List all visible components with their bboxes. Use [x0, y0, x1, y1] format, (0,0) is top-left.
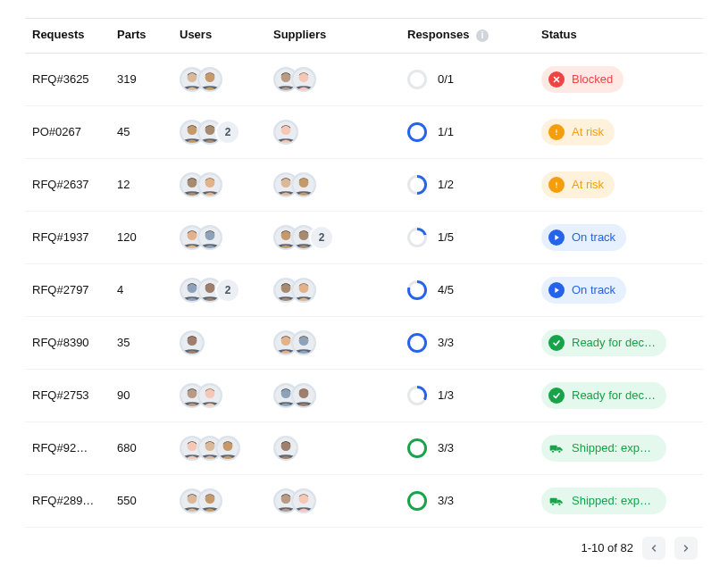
- svg-point-17: [556, 133, 557, 135]
- pagination-prev-button[interactable]: [642, 537, 665, 560]
- responses-text: 3/3: [438, 336, 454, 349]
- responses-cell: 3/3: [407, 491, 527, 511]
- avatar-group: [180, 488, 259, 513]
- request-id[interactable]: RFQ#3625: [25, 53, 110, 105]
- status-label: At risk: [572, 178, 604, 191]
- col-parts[interactable]: Parts: [110, 19, 172, 54]
- status-icon: [548, 440, 565, 456]
- chevron-left-icon: [649, 543, 659, 554]
- avatar-group: [180, 67, 259, 92]
- status-icon: [548, 177, 565, 193]
- avatar[interactable]: [291, 172, 316, 197]
- svg-point-80: [551, 503, 554, 505]
- avatar[interactable]: [197, 67, 222, 92]
- avatar[interactable]: [291, 67, 316, 92]
- table-row[interactable]: PO#0267 45 2 1/1 At risk: [25, 105, 703, 158]
- svg-rect-79: [550, 497, 557, 503]
- users-cell: [172, 53, 266, 105]
- table-row[interactable]: RFQ#3625 319 0/1: [25, 53, 703, 105]
- table-row[interactable]: RFQ#2797 4 2 4/5: [25, 263, 703, 316]
- table-row[interactable]: RFQ#2753 90 1/3: [25, 369, 703, 421]
- status-pill[interactable]: Ready for decision: [541, 329, 666, 356]
- parts-count: 120: [110, 211, 172, 263]
- table-row[interactable]: RFQ#8390 35 3/3 Ready for decisi: [25, 316, 703, 369]
- status-pill[interactable]: On track: [541, 277, 626, 304]
- avatar[interactable]: [273, 436, 298, 461]
- suppliers-cell: 2: [266, 211, 400, 263]
- status-pill[interactable]: On track: [541, 224, 626, 251]
- request-id[interactable]: PO#0267: [25, 105, 110, 158]
- parts-count: 90: [110, 369, 172, 421]
- status-pill[interactable]: At risk: [541, 171, 615, 198]
- avatar[interactable]: [291, 330, 316, 355]
- avatar[interactable]: [273, 120, 298, 145]
- avatar-group: [273, 172, 393, 197]
- svg-point-81: [558, 503, 561, 505]
- avatar[interactable]: [197, 172, 222, 197]
- avatar-more-badge[interactable]: 2: [309, 225, 334, 250]
- suppliers-cell: [266, 421, 400, 474]
- avatar[interactable]: [180, 330, 205, 355]
- request-id[interactable]: RFQ#2637: [25, 158, 110, 211]
- avatar-group: 2: [273, 225, 393, 250]
- parts-count: 4: [110, 263, 172, 316]
- svg-marker-36: [555, 235, 559, 240]
- table-row[interactable]: RFQ#92… 680 3/3: [25, 421, 703, 474]
- svg-marker-45: [555, 288, 559, 293]
- status-pill[interactable]: Shipped: expected for…: [541, 435, 666, 462]
- avatar-more-badge[interactable]: 2: [215, 120, 240, 145]
- col-status[interactable]: Status: [534, 19, 703, 54]
- avatar-more-badge[interactable]: 2: [215, 278, 240, 303]
- responses-cell: 0/1: [407, 70, 527, 89]
- request-id[interactable]: RFQ#2797: [25, 263, 110, 316]
- users-cell: [172, 421, 266, 474]
- request-id[interactable]: RFQ#1937: [25, 211, 110, 263]
- avatar[interactable]: [215, 436, 240, 461]
- status-pill[interactable]: At risk: [541, 119, 615, 146]
- status-icon: [548, 335, 565, 351]
- responses-text: 3/3: [438, 494, 454, 507]
- parts-count: 35: [110, 316, 172, 369]
- pagination: 1-10 of 82: [25, 528, 703, 560]
- suppliers-cell: [266, 474, 400, 527]
- suppliers-cell: [266, 158, 400, 211]
- svg-point-27: [556, 186, 557, 188]
- avatar[interactable]: [291, 278, 316, 303]
- users-cell: [172, 158, 266, 211]
- progress-ring-icon: [407, 438, 427, 458]
- avatar[interactable]: [197, 225, 222, 250]
- info-icon[interactable]: i: [476, 29, 489, 42]
- request-id[interactable]: RFQ#8390: [25, 316, 110, 369]
- avatar[interactable]: [291, 488, 316, 513]
- responses-cell: 4/5: [407, 280, 527, 300]
- status-pill[interactable]: Blocked: [541, 66, 623, 93]
- status-icon: [548, 124, 565, 140]
- avatar[interactable]: [291, 383, 316, 408]
- col-requests[interactable]: Requests: [25, 19, 110, 54]
- avatar[interactable]: [197, 383, 222, 408]
- request-id[interactable]: RFQ#92…: [25, 421, 110, 474]
- responses-cell: 1/3: [407, 386, 527, 405]
- table-row[interactable]: RFQ#1937 120 2 1/5: [25, 211, 703, 263]
- status-pill[interactable]: Ready for decision: [541, 382, 666, 409]
- avatar-group: [180, 436, 259, 461]
- table-row[interactable]: RFQ#289… 550 3/3: [25, 474, 703, 527]
- responses-text: 1/3: [438, 388, 454, 402]
- responses-text: 1/5: [438, 230, 454, 244]
- avatar-group: 2: [180, 120, 259, 145]
- col-users[interactable]: Users: [172, 19, 266, 54]
- col-suppliers[interactable]: Suppliers: [266, 19, 400, 54]
- pagination-next-button[interactable]: [674, 537, 698, 560]
- col-responses[interactable]: Responses i: [400, 19, 534, 54]
- status-pill[interactable]: Shipped: expected for…: [541, 488, 666, 514]
- suppliers-cell: [266, 316, 400, 369]
- status-label: Shipped: expected for…: [572, 494, 656, 507]
- status-icon: [548, 71, 565, 88]
- avatar[interactable]: [197, 488, 222, 513]
- request-id[interactable]: RFQ#289…: [25, 474, 110, 527]
- users-cell: 2: [172, 105, 266, 158]
- avatar-group: [273, 383, 393, 408]
- request-id[interactable]: RFQ#2753: [25, 369, 110, 421]
- table-row[interactable]: RFQ#2637 12 1/2: [25, 158, 703, 211]
- status-icon: [548, 229, 565, 246]
